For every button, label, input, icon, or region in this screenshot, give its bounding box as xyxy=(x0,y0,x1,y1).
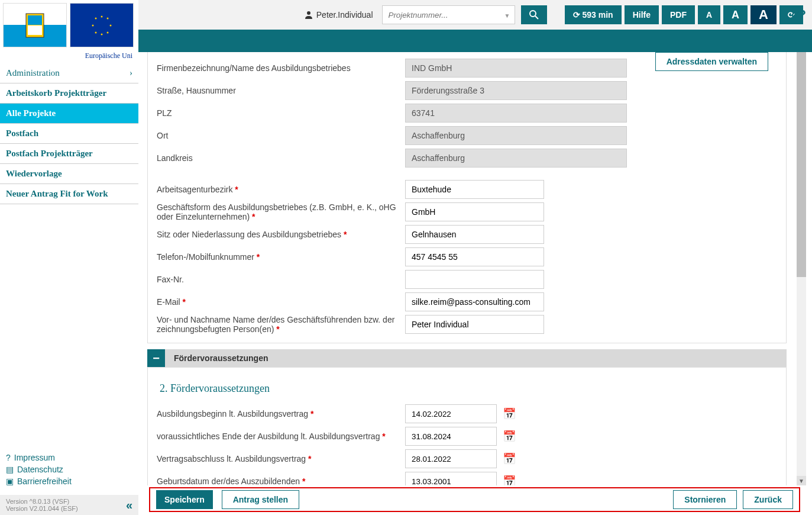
nav-arbeitskorb[interactable]: Arbeitskorb Projektträger xyxy=(0,83,138,104)
search-icon xyxy=(529,10,539,20)
cancel-button[interactable]: Stornieren xyxy=(673,490,737,509)
sidebar: Europäische Uni Administration› Arbeitsk… xyxy=(0,0,138,515)
document-icon: ▤ xyxy=(6,465,14,474)
footer-links: ?Impressum ▤Datenschutz ▣Barrierefreihei… xyxy=(6,450,72,488)
version-info: Version ^8.0.13 (VSF) Version V2.01.044 … xyxy=(0,495,138,515)
user-icon xyxy=(304,10,313,20)
svg-point-8 xyxy=(101,33,103,35)
link-barrierefreiheit[interactable]: ▣Barrierefreiheit xyxy=(6,477,72,486)
label-abschluss: Vertragsabschluss lt. Ausbildungsvertrag… xyxy=(157,454,405,464)
svg-rect-1 xyxy=(28,15,42,25)
label-beginn: Ausbildungsbeginn lt. Ausbildungsvertrag… xyxy=(157,409,405,419)
pdf-button[interactable]: PDF xyxy=(662,5,695,24)
font-size-large[interactable]: A xyxy=(750,5,777,24)
svg-point-9 xyxy=(95,31,97,33)
svg-point-10 xyxy=(92,24,94,26)
input-firma xyxy=(405,59,627,78)
input-email[interactable] xyxy=(405,292,544,311)
label-plz: PLZ xyxy=(157,108,405,118)
font-size-medium[interactable]: A xyxy=(723,5,748,24)
manage-address-button[interactable]: Adressdaten verwalten xyxy=(655,52,768,71)
search-button[interactable] xyxy=(521,5,547,24)
input-geburt[interactable] xyxy=(405,472,497,485)
input-abschluss[interactable] xyxy=(405,449,497,468)
link-impressum[interactable]: ?Impressum xyxy=(6,453,72,462)
save-button[interactable]: Speichern xyxy=(156,490,213,509)
input-sitz[interactable] xyxy=(405,225,544,244)
logo-eu xyxy=(70,3,134,47)
back-button[interactable]: Zurück xyxy=(743,490,793,509)
input-strasse xyxy=(405,81,627,100)
dropdown-icon[interactable]: ▼ xyxy=(504,12,510,19)
question-icon: ? xyxy=(6,453,11,462)
svg-point-3 xyxy=(91,15,112,36)
nav-wiedervorlage[interactable]: Wiedervorlage xyxy=(0,164,138,184)
label-geburt: Geburtsdatum der/des Auszubildenden * xyxy=(157,477,405,485)
sidebar-collapse-button[interactable]: « xyxy=(126,498,132,512)
scrollbar[interactable]: ▼ xyxy=(797,52,806,485)
context-help-icon[interactable]: «? xyxy=(791,7,806,22)
svg-line-14 xyxy=(535,16,538,19)
label-geschaeft: Geschäftsform des Ausbildungsbetriebes (… xyxy=(157,202,405,221)
calendar-icon[interactable]: 📅 xyxy=(503,407,516,420)
nav-postfach-traeger[interactable]: Postfach Projektträger xyxy=(0,144,138,164)
nav-administration[interactable]: Administration› xyxy=(0,63,138,83)
calendar-icon[interactable]: 📅 xyxy=(503,475,516,485)
refresh-icon: ⟳ xyxy=(573,10,580,20)
input-name[interactable] xyxy=(405,315,544,334)
nav-neuer-antrag[interactable]: Neuer Antrag Fit for Work xyxy=(0,184,138,204)
project-number-input[interactable] xyxy=(382,5,515,24)
calendar-icon[interactable]: 📅 xyxy=(503,452,516,465)
nav-postfach[interactable]: Postfach xyxy=(0,124,138,144)
teal-separator xyxy=(138,30,812,52)
svg-point-6 xyxy=(110,24,112,26)
eu-funding-label: Europäische Uni xyxy=(0,50,138,63)
input-ort xyxy=(405,126,627,145)
project-search[interactable]: ▼ xyxy=(382,5,515,24)
accessibility-icon: ▣ xyxy=(6,477,14,486)
section-collapse-button[interactable]: − xyxy=(147,349,165,367)
input-geschaeft[interactable] xyxy=(405,202,544,221)
svg-point-4 xyxy=(101,15,103,17)
svg-rect-2 xyxy=(28,25,42,35)
label-firma: Firmenbezeichnung/Name des Ausbildungsbe… xyxy=(157,63,405,73)
svg-point-12 xyxy=(307,11,310,15)
action-bar: Speichern Antrag stellen Stornieren Zurü… xyxy=(149,487,800,512)
submit-application-button[interactable]: Antrag stellen xyxy=(222,490,299,509)
label-name: Vor- und Nachname Name der/des Geschäfts… xyxy=(157,315,405,334)
nav-alle-projekte[interactable]: Alle Projekte xyxy=(0,104,138,124)
svg-point-13 xyxy=(530,11,536,17)
label-ort: Ort xyxy=(157,131,405,140)
label-sitz: Sitz oder Niederlassung des Ausbildungsb… xyxy=(157,230,405,239)
label-telefon: Telefon-/Mobilfunknummer * xyxy=(157,252,405,262)
calendar-icon[interactable]: 📅 xyxy=(503,430,516,443)
input-agentur[interactable] xyxy=(405,180,544,199)
label-fax: Fax-Nr. xyxy=(157,275,405,284)
subsection-title: 2. Fördervoraussetzungen xyxy=(160,382,777,395)
input-fax[interactable] xyxy=(405,270,544,289)
input-plz xyxy=(405,104,627,123)
label-ende: voraussichtliches Ende der Ausbildung lt… xyxy=(157,432,405,441)
link-datenschutz[interactable]: ▤Datenschutz xyxy=(6,465,72,474)
svg-point-7 xyxy=(107,31,109,33)
input-landkreis xyxy=(405,149,627,168)
timer-button[interactable]: ⟳593 min xyxy=(565,5,622,24)
svg-point-5 xyxy=(107,17,109,19)
main-content: Adressdaten verwalten Firmenbezeichnung/… xyxy=(138,52,795,485)
input-telefon[interactable] xyxy=(405,247,544,266)
chevron-right-icon: › xyxy=(130,68,132,78)
scrollbar-down-icon[interactable]: ▼ xyxy=(797,476,806,485)
scrollbar-thumb[interactable] xyxy=(797,52,806,277)
font-size-small[interactable]: A xyxy=(698,5,720,24)
label-strasse: Straße, Hausnummer xyxy=(157,86,405,95)
label-email: E-Mail * xyxy=(157,297,405,307)
help-button[interactable]: Hilfe xyxy=(625,5,659,24)
user-info: Peter.Individual xyxy=(304,10,373,20)
input-ende[interactable] xyxy=(405,427,497,446)
logo-bavaria xyxy=(3,3,67,47)
section-header-foerder: − Fördervoraussetzungen xyxy=(147,349,787,367)
input-beginn[interactable] xyxy=(405,404,497,423)
label-landkreis: Landkreis xyxy=(157,153,405,163)
label-agentur: Arbeitsagenturbezirk * xyxy=(157,185,405,194)
svg-point-11 xyxy=(95,17,97,19)
